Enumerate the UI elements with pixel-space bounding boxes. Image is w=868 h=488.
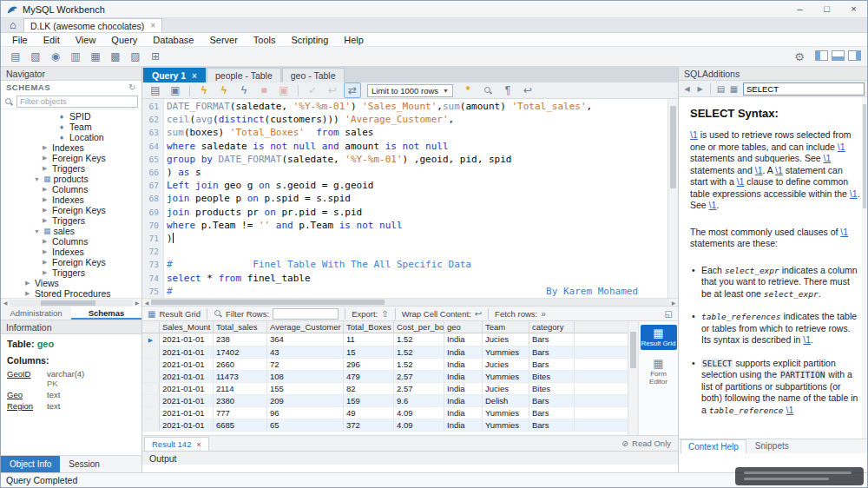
grid-cell[interactable]: 17402: [214, 346, 267, 359]
grid-cell[interactable]: 65: [267, 419, 344, 432]
tree-item-columns[interactable]: ▶Columns: [1, 236, 141, 247]
tree-item-triggers[interactable]: ▶Triggers: [1, 267, 141, 278]
new-query-tab-icon[interactable]: ▤: [7, 49, 24, 64]
column-name[interactable]: Geo: [7, 390, 47, 399]
grid-cell[interactable]: Jucies: [483, 383, 529, 395]
row-header[interactable]: [142, 395, 160, 407]
code-line-66[interactable]: 66) as s: [142, 166, 667, 179]
tree-item-foreign-keys[interactable]: ▶Foreign Keys: [1, 153, 141, 163]
create-table-icon[interactable]: ▦: [87, 49, 104, 64]
result-tab-close-icon[interactable]: ×: [196, 440, 201, 449]
grid-cell[interactable]: India: [444, 346, 483, 359]
stop-on-error-icon[interactable]: ▣: [275, 82, 293, 98]
grid-cell[interactable]: 72: [267, 359, 344, 371]
sql-code-editor[interactable]: 61DATE_FORMAT(saledate, '%Y-%m-01') 'Sal…: [142, 99, 678, 298]
grid-row[interactable]: 2021-01-011740243151.52IndiaYummiesBars: [142, 346, 628, 359]
grid-cell[interactable]: India: [444, 419, 483, 432]
grid-cell[interactable]: India: [444, 333, 483, 346]
grid-column-header-team[interactable]: Team: [483, 321, 529, 333]
grid-cell[interactable]: Yummies: [483, 407, 529, 419]
column-name[interactable]: Region: [7, 401, 47, 411]
grid-cell[interactable]: 9.6: [394, 395, 444, 407]
tab-close-icon[interactable]: ×: [192, 71, 197, 81]
collapsed-arrow-icon[interactable]: ▶: [43, 155, 49, 162]
tree-horizontal-scrollbar[interactable]: ◀ ▶: [1, 298, 141, 307]
collapsed-arrow-icon[interactable]: ▶: [43, 144, 49, 151]
grid-cell[interactable]: 2021-01-01: [160, 407, 214, 419]
collapsed-arrow-icon[interactable]: ▶: [43, 165, 49, 172]
menu-view[interactable]: View: [68, 35, 104, 45]
grid-cell[interactable]: Yummies: [483, 371, 529, 383]
grid-cell[interactable]: India: [444, 371, 483, 383]
tab-object-info[interactable]: Object Info: [1, 456, 60, 472]
tree-item-views[interactable]: ▶Views: [1, 278, 141, 288]
help-link[interactable]: \1: [850, 188, 858, 199]
grid-cell[interactable]: 43: [267, 346, 344, 359]
code-line-71[interactable]: 71): [142, 232, 667, 245]
help-forward-icon[interactable]: ▶: [694, 85, 706, 93]
row-header[interactable]: [142, 359, 160, 371]
grid-cell[interactable]: 2021-01-01: [160, 419, 214, 432]
result-tab[interactable]: Result 142 ×: [144, 437, 209, 451]
grid-cell[interactable]: Delish: [483, 395, 529, 407]
grid-cell[interactable]: 209: [267, 395, 344, 407]
help-back-icon[interactable]: ◀: [681, 85, 693, 93]
close-button[interactable]: ×: [840, 1, 867, 17]
tab-query-1[interactable]: Query 1 ×: [143, 68, 206, 82]
grid-cell[interactable]: Bars: [529, 333, 575, 346]
grid-cell[interactable]: India: [444, 407, 483, 419]
create-procedure-icon[interactable]: ▨: [127, 49, 144, 64]
collapsed-arrow-icon[interactable]: ▶: [43, 186, 49, 193]
help-link[interactable]: \1: [690, 129, 698, 140]
grid-row[interactable]: 2021-01-01114731084792.57IndiaYummiesBit…: [142, 371, 628, 383]
collapsed-arrow-icon[interactable]: ▶: [43, 248, 49, 255]
grid-cell[interactable]: 4.09: [394, 419, 444, 432]
limit-rows-dropdown[interactable]: Limit to 1000 rows ▼: [367, 84, 453, 97]
code-line-62[interactable]: 62ceil(avg(distinct(customers))) 'Averag…: [142, 113, 667, 126]
collapsed-arrow-icon[interactable]: ▶: [25, 290, 32, 297]
tree-item-triggers[interactable]: ▶Triggers: [1, 215, 141, 226]
grid-cell[interactable]: Bars: [529, 359, 575, 371]
grid-row[interactable]: 2021-01-0177796494.09IndiaYummiesBars: [142, 407, 628, 419]
help-link[interactable]: \1: [840, 227, 848, 237]
collapsed-arrow-icon[interactable]: ▶: [43, 217, 49, 224]
grid-cell[interactable]: 2.57: [394, 371, 444, 383]
grid-cell[interactable]: 159: [344, 395, 394, 407]
filter-rows-input[interactable]: [273, 308, 339, 320]
scroll-track[interactable]: [10, 300, 133, 307]
grid-cell[interactable]: 2021-01-01: [160, 359, 214, 371]
collapsed-arrow-icon[interactable]: ▶: [43, 196, 49, 203]
code-line-63[interactable]: 63sum(boxes) 'Total_Boxes' from sales: [142, 126, 667, 139]
grid-cell[interactable]: 238: [214, 333, 267, 346]
scroll-thumb[interactable]: [630, 332, 636, 368]
code-line-64[interactable]: 64where saledate is not null and amount …: [142, 140, 667, 153]
row-header[interactable]: [142, 419, 160, 432]
tree-item-triggers[interactable]: ▶Triggers: [1, 163, 141, 174]
menu-tools[interactable]: Tools: [246, 35, 284, 45]
code-line-72[interactable]: 72: [142, 245, 667, 258]
grid-cell[interactable]: 2021-01-01: [160, 395, 214, 407]
grid-cell[interactable]: India: [444, 383, 483, 395]
grid-cell[interactable]: 372: [344, 419, 394, 432]
help-link[interactable]: \1: [775, 165, 783, 175]
grid-column-header-average-customer[interactable]: Average_Customer: [267, 321, 344, 333]
tab-schemas[interactable]: Schemas: [71, 307, 141, 320]
tree-item-stored-procedures[interactable]: ▶Stored Procedures: [1, 288, 141, 298]
stop-query-icon[interactable]: ■: [255, 82, 273, 98]
tree-item-foreign-keys[interactable]: ▶Foreign Keys: [1, 257, 141, 267]
grid-cell[interactable]: 6685: [214, 419, 267, 432]
grid-cell[interactable]: 777: [214, 407, 267, 419]
help-link[interactable]: \1: [786, 405, 793, 415]
grid-cell[interactable]: India: [444, 395, 483, 407]
grid-cell[interactable]: 1.52: [394, 333, 444, 346]
execute-query-icon[interactable]: ϟ: [195, 82, 213, 98]
scroll-thumb[interactable]: [151, 300, 385, 305]
toggle-bottom-panel-icon[interactable]: [832, 50, 845, 61]
grid-cell[interactable]: 155: [267, 383, 344, 395]
help-link[interactable]: \1: [824, 153, 832, 163]
create-view-icon[interactable]: ▩: [107, 49, 124, 64]
collapsed-arrow-icon[interactable]: ▶: [43, 238, 49, 245]
grid-cell[interactable]: 2021-01-01: [160, 383, 214, 395]
grid-cell[interactable]: 296: [344, 359, 394, 371]
row-header[interactable]: [142, 346, 160, 359]
